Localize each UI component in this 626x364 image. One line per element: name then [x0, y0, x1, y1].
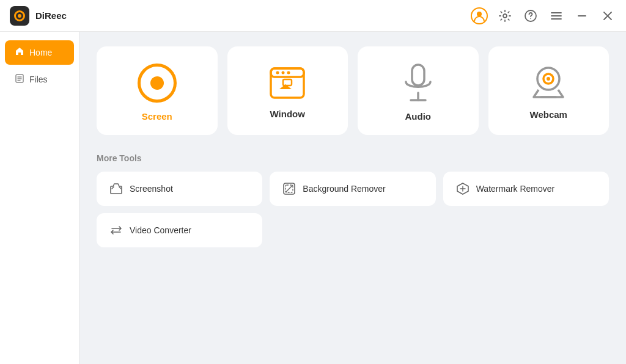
sidebar: Home Files: [0, 32, 79, 364]
watermark-remover-label: Watermark Remover: [476, 184, 555, 194]
svg-point-1: [477, 12, 482, 16]
minimize-button[interactable]: [573, 7, 591, 24]
svg-point-10: [287, 71, 290, 75]
webcam-card[interactable]: Webcam: [488, 46, 609, 135]
background-remover-tool[interactable]: Background Remover: [270, 172, 435, 206]
screen-icon-dot: [150, 76, 164, 90]
tools-grid: Screenshot Background Remover: [97, 172, 609, 247]
svg-point-8: [276, 71, 279, 75]
sidebar-item-files[interactable]: Files: [5, 67, 74, 92]
app-logo: [10, 6, 29, 26]
screenshot-icon: [109, 181, 123, 196]
files-icon: [15, 73, 24, 86]
app-name: DiReec: [35, 10, 67, 21]
more-tools-section: More Tools Screenshot: [97, 153, 609, 247]
screen-card-icon: [138, 64, 177, 103]
menu-icon[interactable]: [548, 7, 565, 24]
svg-rect-12: [412, 65, 424, 86]
window-card-icon: [268, 66, 306, 100]
settings-icon[interactable]: [496, 7, 514, 24]
background-remover-icon: [282, 181, 296, 196]
video-converter-icon: [109, 223, 123, 238]
help-icon[interactable]: [522, 7, 539, 24]
audio-card-label: Audio: [405, 111, 432, 122]
watermark-remover-icon: [455, 181, 470, 196]
webcam-card-label: Webcam: [530, 109, 567, 120]
window-card[interactable]: Window: [227, 46, 348, 135]
close-button[interactable]: [599, 7, 616, 24]
sidebar-item-home[interactable]: Home: [5, 40, 74, 65]
titlebar-controls: [471, 7, 616, 24]
app-logo-ring: [14, 10, 25, 21]
main-layout: Home Files Screen: [0, 32, 626, 364]
svg-point-9: [282, 71, 285, 75]
video-converter-tool[interactable]: Video Converter: [97, 213, 262, 247]
webcam-card-icon: [530, 65, 567, 101]
sidebar-home-label: Home: [29, 48, 52, 57]
screen-card-label: Screen: [142, 111, 172, 122]
titlebar-left: DiReec: [10, 6, 67, 26]
more-tools-title: More Tools: [97, 153, 609, 163]
profile-icon[interactable]: [471, 7, 488, 24]
screenshot-tool[interactable]: Screenshot: [97, 172, 262, 206]
sidebar-files-label: Files: [29, 75, 48, 84]
audio-card[interactable]: Audio: [358, 46, 479, 135]
svg-point-17: [547, 77, 550, 81]
svg-rect-11: [283, 79, 292, 86]
screenshot-label: Screenshot: [130, 184, 173, 194]
video-converter-label: Video Converter: [130, 225, 191, 235]
screen-card[interactable]: Screen: [97, 46, 218, 135]
titlebar: DiReec: [0, 0, 626, 32]
audio-card-icon: [402, 64, 434, 103]
window-card-label: Window: [270, 109, 305, 119]
background-remover-label: Background Remover: [303, 184, 385, 194]
recording-cards-row: Screen Window: [97, 46, 609, 135]
content-area: Screen Window: [79, 32, 626, 364]
svg-point-2: [503, 14, 507, 18]
app-logo-dot: [18, 14, 21, 18]
home-icon: [15, 46, 24, 59]
screen-icon-ring: [138, 64, 177, 103]
svg-point-4: [530, 18, 531, 19]
watermark-remover-tool[interactable]: Watermark Remover: [443, 172, 609, 206]
